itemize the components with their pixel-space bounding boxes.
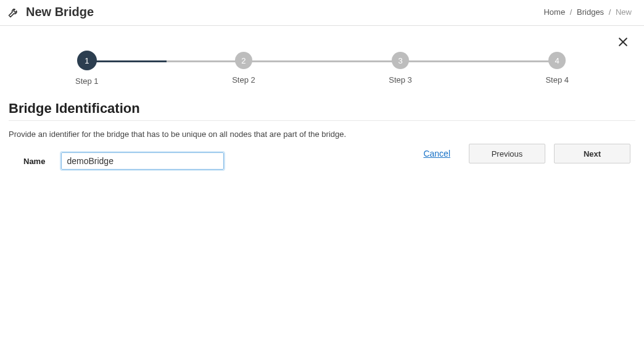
header-left: New Bridge: [7, 5, 94, 19]
wizard-card: 1 Step 1 2 Step 2 3 Step 3 4 Step 4 Brid…: [1, 27, 643, 170]
stepper-step-3[interactable]: 3 Step 3: [389, 52, 412, 84]
step-circle: 3: [392, 52, 409, 69]
next-button[interactable]: Next: [554, 144, 630, 163]
section-description: Provide an identifier for the bridge tha…: [9, 130, 635, 139]
section-title: Bridge Identification: [9, 101, 643, 117]
breadcrumb: Home / Bridges / New: [543, 7, 632, 17]
wrench-icon: [7, 6, 20, 19]
step-label: Step 2: [232, 75, 255, 84]
close-icon[interactable]: [617, 36, 629, 48]
name-input[interactable]: [61, 152, 224, 170]
breadcrumb-current: New: [616, 7, 632, 17]
breadcrumb-sep: /: [570, 7, 572, 17]
breadcrumb-sep: /: [609, 7, 611, 17]
step-circle: 1: [77, 51, 97, 70]
page-title: New Bridge: [26, 5, 94, 19]
cancel-link[interactable]: Cancel: [423, 149, 450, 159]
wizard-footer: Cancel Previous Next: [423, 144, 630, 163]
stepper-line-active: [88, 60, 167, 62]
step-label: Step 1: [75, 76, 99, 86]
breadcrumb-home[interactable]: Home: [543, 7, 565, 17]
stepper-step-2[interactable]: 2 Step 2: [232, 52, 255, 84]
stepper: 1 Step 1 2 Step 2 3 Step 3 4 Step 4: [75, 52, 569, 86]
step-circle: 2: [235, 52, 252, 69]
name-label: Name: [23, 157, 45, 166]
stepper-step-4[interactable]: 4 Step 4: [545, 52, 569, 84]
section-divider: [9, 120, 635, 121]
stepper-step-1[interactable]: 1 Step 1: [75, 52, 99, 86]
step-label: Step 4: [545, 75, 569, 84]
breadcrumb-bridges[interactable]: Bridges: [577, 7, 604, 17]
page-header: New Bridge Home / Bridges / New: [0, 0, 644, 26]
previous-button[interactable]: Previous: [469, 144, 545, 163]
step-label: Step 3: [389, 75, 412, 84]
step-circle: 4: [548, 52, 566, 69]
